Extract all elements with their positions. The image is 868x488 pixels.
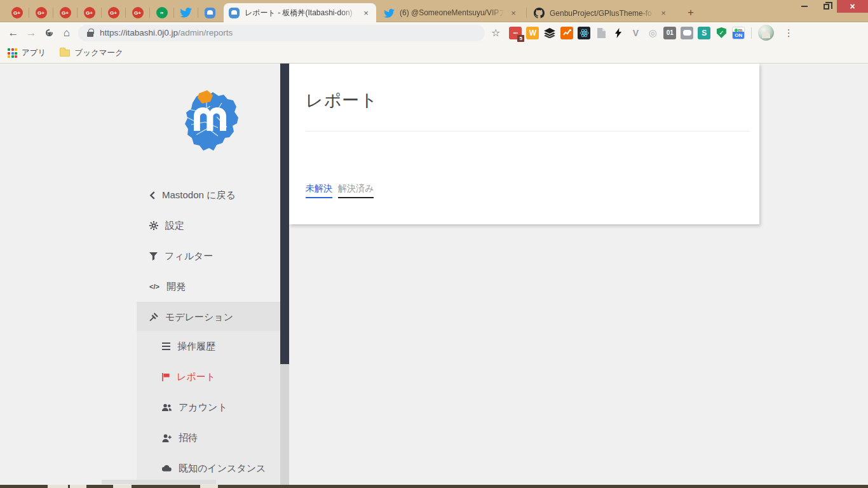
pinned-tab-mastodon[interactable] bbox=[198, 3, 222, 22]
gplus-icon: G+ bbox=[84, 7, 95, 18]
bars-icon bbox=[162, 342, 170, 350]
circle-icon: ◎ bbox=[649, 27, 657, 39]
chart-line-icon bbox=[563, 29, 571, 36]
instance-logo bbox=[177, 88, 240, 154]
tab-active-reports[interactable]: レポート - 板橋丼(Itabashi-don) × bbox=[224, 3, 376, 23]
browser-toolbar: ← → ⌂ https://itabashi.0j0.jp/admin/repo… bbox=[0, 22, 868, 43]
extension-lightning[interactable] bbox=[612, 27, 625, 39]
sidebar-item-audit-log[interactable]: 操作履歴 bbox=[137, 331, 280, 362]
bookmarks-bar: アプリ ブックマーク bbox=[0, 43, 868, 64]
extension-file[interactable] bbox=[595, 27, 607, 39]
apps-grid-icon bbox=[8, 48, 17, 58]
gplus-icon: G+ bbox=[11, 7, 23, 18]
minimize-button[interactable] bbox=[794, 0, 815, 13]
pinned-tab-gplus[interactable]: G+ bbox=[29, 3, 53, 22]
tab-title: レポート - 板橋丼(Itabashi-don) bbox=[245, 8, 357, 18]
apps-shortcut[interactable]: アプリ bbox=[8, 48, 46, 58]
home-button[interactable]: ⌂ bbox=[58, 24, 76, 42]
extension-s[interactable]: S bbox=[698, 27, 710, 39]
sidebar-item-label: フィルター bbox=[165, 250, 213, 262]
react-atom-icon bbox=[580, 29, 589, 37]
browser-tab-strip: G+ G+ G+ G+ G+ G+ ” レポート - 板橋丼(Itabashi-… bbox=[0, 0, 868, 22]
pinned-tab-gplus[interactable]: G+ bbox=[126, 3, 149, 22]
tab-separator bbox=[526, 8, 527, 18]
gavel-icon bbox=[149, 313, 158, 322]
edge-highlight bbox=[70, 485, 86, 488]
tab-twitter[interactable]: (6) @SomeoneMentsuyu/VIPア × bbox=[379, 3, 524, 23]
users-icon bbox=[162, 403, 172, 411]
window-controls: × bbox=[794, 0, 868, 13]
tab-close-button[interactable]: × bbox=[361, 8, 371, 18]
pinned-tab-gplus[interactable]: G+ bbox=[5, 3, 29, 22]
extension-shield[interactable]: ✓ bbox=[715, 27, 728, 39]
extension-mastodon-on[interactable]: mON bbox=[732, 27, 745, 39]
bookmarks-folder[interactable]: ブックマーク bbox=[60, 48, 123, 58]
browser-menu-button[interactable]: ⋮ bbox=[783, 27, 794, 39]
extension-chat[interactable] bbox=[681, 27, 693, 39]
tab-title: GenbuProject/GPlusTheme-fo bbox=[550, 9, 654, 18]
reload-button[interactable] bbox=[40, 24, 58, 42]
sidebar-item-back-to-mastodon[interactable]: Mastodon に戻る bbox=[137, 180, 280, 210]
edge-highlight bbox=[48, 485, 68, 488]
lock-icon[interactable] bbox=[87, 32, 93, 37]
horizontal-scrollbar-thumb[interactable] bbox=[102, 480, 216, 484]
profile-avatar[interactable] bbox=[758, 25, 774, 41]
extension-badge: 5 bbox=[517, 35, 524, 42]
extension-react[interactable] bbox=[578, 27, 590, 39]
sidebar-item-filters[interactable]: フィルター bbox=[137, 241, 280, 271]
gear-icon bbox=[149, 221, 158, 230]
extension-v[interactable]: V bbox=[629, 27, 642, 39]
tab-resolved[interactable]: 解決済み bbox=[338, 183, 374, 198]
sidebar-item-invites[interactable]: 招待 bbox=[137, 423, 280, 453]
tab-unresolved[interactable]: 未解決 bbox=[306, 183, 332, 198]
gplus-icon: G+ bbox=[36, 7, 47, 18]
v-label: V bbox=[633, 28, 639, 38]
address-bar[interactable]: https://itabashi.0j0.jp/admin/reports bbox=[78, 25, 485, 41]
pinned-tab-twitter[interactable] bbox=[174, 3, 198, 22]
extension-analytics[interactable] bbox=[560, 27, 573, 39]
w-label: W bbox=[529, 29, 536, 37]
sidebar-scrollbar[interactable] bbox=[280, 64, 289, 488]
pinned-tab-gplus[interactable]: G+ bbox=[78, 3, 101, 22]
new-tab-button[interactable]: + bbox=[682, 5, 699, 20]
pinned-tab-gplus[interactable]: G+ bbox=[102, 3, 125, 22]
sidebar-item-accounts[interactable]: アカウント bbox=[137, 392, 280, 423]
hangouts-icon: ” bbox=[156, 7, 168, 18]
tab-title: (6) @SomeoneMentsuyu/VIPア bbox=[400, 8, 505, 18]
pinned-tab-hangouts[interactable]: ” bbox=[150, 3, 173, 22]
page-title: レポート bbox=[306, 89, 743, 112]
tab-close-button[interactable]: × bbox=[508, 8, 519, 18]
github-icon bbox=[534, 8, 545, 18]
sidebar-item-reports[interactable]: レポート bbox=[137, 362, 280, 392]
sidebar-item-label: モデレーション bbox=[165, 311, 233, 323]
extension-target[interactable]: ◎ bbox=[646, 27, 659, 39]
mastodon-icon bbox=[205, 8, 215, 18]
back-button[interactable]: ← bbox=[4, 24, 22, 42]
cloud-icon bbox=[162, 465, 172, 471]
url-text[interactable]: https://itabashi.0j0.jp/admin/reports bbox=[100, 28, 233, 37]
close-button[interactable]: × bbox=[837, 0, 868, 13]
sidebar-item-known-instances[interactable]: 既知のインスタンス bbox=[137, 453, 280, 484]
tab-github[interactable]: GenbuProject/GPlusTheme-fo × bbox=[529, 3, 674, 23]
restore-button[interactable] bbox=[815, 0, 837, 13]
extension-01[interactable]: 01 bbox=[663, 27, 676, 39]
sidebar-item-settings[interactable]: 設定 bbox=[137, 210, 280, 241]
scrollbar-thumb[interactable] bbox=[280, 64, 289, 364]
sidebar-item-moderation[interactable]: モデレーション bbox=[137, 302, 280, 332]
tab-close-button[interactable]: × bbox=[658, 8, 668, 18]
extension-w[interactable]: W bbox=[526, 27, 539, 39]
gplus-icon: G+ bbox=[132, 7, 144, 18]
zero-one-label: 01 bbox=[667, 29, 674, 36]
extension-layers[interactable] bbox=[543, 27, 556, 39]
extensions-row: •••5 W V ◎ 01 S ✓ mON ⋮ bbox=[509, 25, 794, 41]
extension-red-dots[interactable]: •••5 bbox=[509, 27, 522, 39]
on-label: ON bbox=[733, 32, 744, 39]
sidebar-item-development[interactable]: </> 開発 bbox=[137, 271, 280, 302]
sidebar-item-label: 操作履歴 bbox=[177, 341, 215, 353]
code-icon: </> bbox=[149, 283, 159, 290]
forward-button: → bbox=[22, 24, 40, 42]
bookmark-star-button[interactable]: ☆ bbox=[491, 27, 500, 39]
edge-highlight bbox=[113, 485, 132, 488]
pinned-tab-gplus[interactable]: G+ bbox=[53, 3, 77, 22]
sidebar-item-label: 既知のインスタンス bbox=[179, 463, 266, 475]
